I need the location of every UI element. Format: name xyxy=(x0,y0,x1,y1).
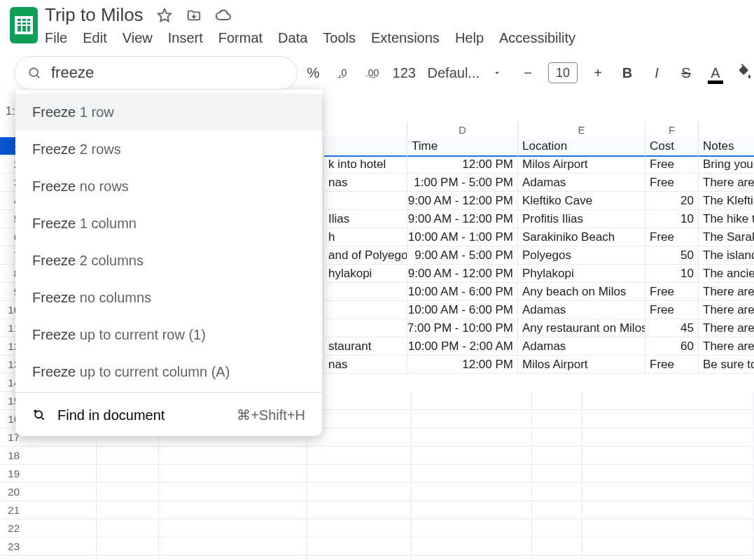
cell-notes[interactable]: The hike t xyxy=(699,210,754,227)
cell-notes[interactable]: The island xyxy=(699,246,754,264)
italic-button[interactable]: I xyxy=(648,65,666,81)
table-row[interactable]: Ilias9:00 AM - 12:00 PMProfitis Ilias10T… xyxy=(323,210,754,228)
row-number[interactable]: 18 xyxy=(0,447,24,465)
dd-freeze-2-cols[interactable]: Freeze 2 columns xyxy=(15,242,322,279)
table-row[interactable]: 9:00 AM - 12:00 PMKleftiko Cave20The Kle… xyxy=(323,192,754,210)
increase-font-button[interactable]: + xyxy=(589,65,607,81)
menu-help[interactable]: Help xyxy=(455,30,484,46)
col-header-D[interactable]: D xyxy=(407,122,518,137)
cell-location[interactable]: Adamas xyxy=(518,337,645,355)
row-number[interactable]: 23 xyxy=(0,538,24,556)
menu-format[interactable]: Format xyxy=(218,30,263,46)
cell-c-partial[interactable]: nas xyxy=(323,174,407,191)
cell-notes[interactable]: There are xyxy=(699,283,754,300)
empty-row[interactable] xyxy=(24,483,754,501)
header-time[interactable]: Time xyxy=(407,137,518,155)
cell-location[interactable]: Sarakiniko Beach xyxy=(518,228,645,246)
text-color-button[interactable]: A xyxy=(706,65,725,81)
table-row[interactable]: 7:00 PM - 10:00 PMAny restaurant on Milo… xyxy=(323,319,754,337)
cell-location[interactable]: Phylakopi xyxy=(518,265,645,282)
cell-c-partial[interactable]: staurant xyxy=(323,337,407,355)
menu-extensions[interactable]: Extensions xyxy=(371,30,440,46)
move-icon[interactable] xyxy=(186,7,202,24)
cell-cost[interactable]: 20 xyxy=(645,192,699,209)
cell-cost[interactable]: 10 xyxy=(645,265,699,282)
row-number[interactable]: 20 xyxy=(0,483,24,501)
dd-freeze-current-row[interactable]: Freeze up to current row (1) xyxy=(15,316,322,354)
cell-time[interactable]: 9:00 AM - 5:00 PM xyxy=(407,246,518,264)
empty-row[interactable] xyxy=(24,519,754,538)
doc-title[interactable]: Trip to Milos xyxy=(45,4,144,26)
cell-cost[interactable]: Free xyxy=(645,155,699,173)
dd-find-in-document[interactable]: Find in document ⌘+Shift+H xyxy=(15,394,322,436)
empty-row[interactable] xyxy=(24,447,754,465)
dd-freeze-1-row[interactable]: Freeze 1 row xyxy=(15,94,322,131)
cell-location[interactable]: Any beach on Milos xyxy=(518,283,645,300)
table-row[interactable]: k into hotel12:00 PMMilos AirportFreeBri… xyxy=(323,155,754,174)
cell-time[interactable]: 9:00 AM - 12:00 PM xyxy=(407,210,518,227)
cell-location[interactable]: Any restaurant on Milos xyxy=(518,319,645,337)
menu-view[interactable]: View xyxy=(123,30,153,46)
cell-c-partial[interactable]: nas xyxy=(323,356,407,373)
dd-freeze-2-rows[interactable]: Freeze 2 rows xyxy=(15,131,322,168)
sheets-logo[interactable] xyxy=(10,7,38,43)
table-row[interactable]: 10:00 AM - 6:00 PMAdamasFreeThere are xyxy=(323,301,754,319)
header-notes[interactable]: Notes xyxy=(699,137,754,155)
cell-notes[interactable]: The Klefti xyxy=(699,192,754,209)
cell-time[interactable]: 1:00 PM - 5:00 PM xyxy=(407,174,518,191)
cell-location[interactable]: Profitis Ilias xyxy=(518,210,645,227)
header-location[interactable]: Location xyxy=(518,137,645,155)
cell-time[interactable]: 10:00 PM - 2:00 AM xyxy=(407,337,518,355)
table-row[interactable]: h10:00 AM - 1:00 PMSarakiniko BeachFreeT… xyxy=(323,228,754,246)
cell-notes[interactable]: There are xyxy=(699,319,754,337)
row-number[interactable]: 22 xyxy=(0,519,24,538)
table-row[interactable]: and of Polyegos9:00 AM - 5:00 PMPolyegos… xyxy=(323,246,754,265)
cell-notes[interactable]: Bring your xyxy=(699,155,754,173)
cell-time[interactable]: 7:00 PM - 10:00 PM xyxy=(407,319,518,337)
cell-time[interactable]: 9:00 AM - 12:00 PM xyxy=(407,265,518,282)
cell-cost[interactable]: Free xyxy=(645,283,699,300)
cell-location[interactable]: Kleftiko Cave xyxy=(518,192,645,209)
cell-c-partial[interactable]: Ilias xyxy=(323,210,407,227)
cell-location[interactable]: Milos Airport xyxy=(518,356,645,373)
cell-c-partial[interactable] xyxy=(323,192,407,209)
star-icon[interactable] xyxy=(156,7,173,24)
cell-time[interactable]: 10:00 AM - 1:00 PM xyxy=(407,228,518,246)
cell-location[interactable]: Adamas xyxy=(518,301,645,318)
cloud-status-icon[interactable] xyxy=(215,7,232,24)
fill-color-button[interactable] xyxy=(736,64,754,83)
row-number[interactable]: 19 xyxy=(0,465,24,483)
cell-cost[interactable]: Free xyxy=(645,301,699,318)
strike-button[interactable]: S xyxy=(677,65,695,81)
cell-cost[interactable]: Free xyxy=(645,356,699,373)
cell-c-partial[interactable] xyxy=(323,301,407,318)
table-row[interactable]: hylakopi9:00 AM - 12:00 PMPhylakopi10The… xyxy=(323,265,754,283)
font-size-input[interactable]: 10 xyxy=(548,62,578,83)
col-header-E[interactable]: E xyxy=(518,122,645,137)
menu-accessibility[interactable]: Accessibility xyxy=(499,30,575,46)
dd-freeze-1-col[interactable]: Freeze 1 column xyxy=(15,205,322,242)
percent-button[interactable]: % xyxy=(305,65,323,81)
empty-row[interactable] xyxy=(24,501,754,519)
cell-location[interactable]: Adamas xyxy=(518,174,645,191)
dd-freeze-current-col[interactable]: Freeze up to current column (A) xyxy=(15,354,322,391)
cell-time[interactable]: 9:00 AM - 12:00 PM xyxy=(407,192,518,209)
dd-freeze-no-cols[interactable]: Freeze no columns xyxy=(15,279,322,316)
cell-cost[interactable]: Free xyxy=(645,228,699,246)
empty-row[interactable] xyxy=(24,538,754,556)
cell-cost[interactable]: 60 xyxy=(645,337,699,355)
cell-notes[interactable]: There are xyxy=(699,174,754,191)
cell-location[interactable]: Milos Airport xyxy=(518,155,645,173)
cell-notes[interactable]: The ancie xyxy=(699,265,754,282)
table-row[interactable]: nas12:00 PMMilos AirportFreeBe sure to xyxy=(323,356,754,374)
decrease-font-button[interactable]: − xyxy=(519,65,537,81)
col-header-C-edge[interactable] xyxy=(323,122,407,137)
empty-row[interactable] xyxy=(24,465,754,483)
table-row[interactable]: staurant10:00 PM - 2:00 AMAdamas60There … xyxy=(323,337,754,356)
table-row[interactable]: 10:00 AM - 6:00 PMAny beach on MilosFree… xyxy=(323,283,754,301)
cell-c-partial[interactable] xyxy=(323,319,407,337)
cell-cost[interactable]: Free xyxy=(645,174,699,191)
cell-cost[interactable]: 10 xyxy=(645,210,699,227)
cell-time[interactable]: 12:00 PM xyxy=(407,155,518,173)
cell-time[interactable]: 10:00 AM - 6:00 PM xyxy=(407,301,518,318)
